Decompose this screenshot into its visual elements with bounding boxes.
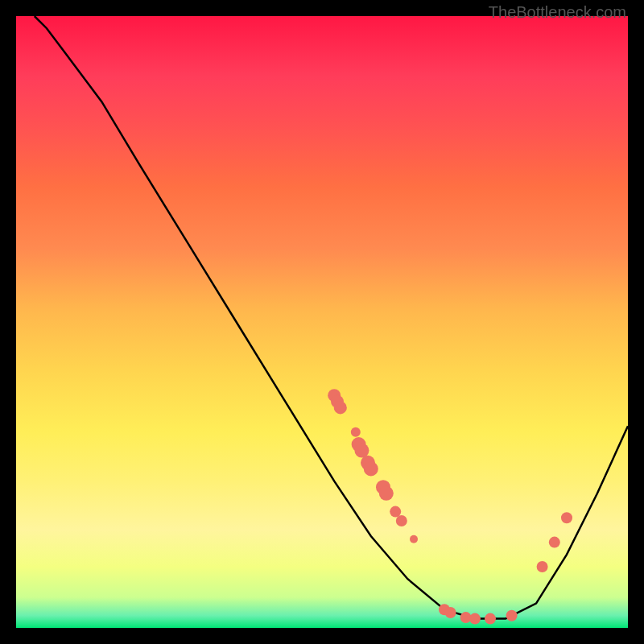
data-point	[396, 515, 407, 526]
watermark-text: TheBottleneck.com	[489, 3, 626, 22]
data-point	[390, 506, 401, 518]
data-point	[549, 537, 560, 548]
curve-line	[35, 16, 628, 619]
data-point	[364, 461, 378, 476]
bottleneck-curve	[35, 16, 628, 619]
data-point	[334, 401, 347, 414]
data-point	[379, 486, 394, 501]
data-point	[351, 427, 361, 437]
data-markers	[328, 389, 572, 624]
data-point	[537, 561, 548, 572]
data-point	[485, 613, 496, 625]
data-point	[445, 607, 456, 618]
data-point	[469, 613, 481, 625]
data-point	[410, 535, 418, 543]
data-point	[506, 610, 518, 621]
data-point	[561, 512, 572, 523]
chart-svg	[16, 16, 628, 628]
